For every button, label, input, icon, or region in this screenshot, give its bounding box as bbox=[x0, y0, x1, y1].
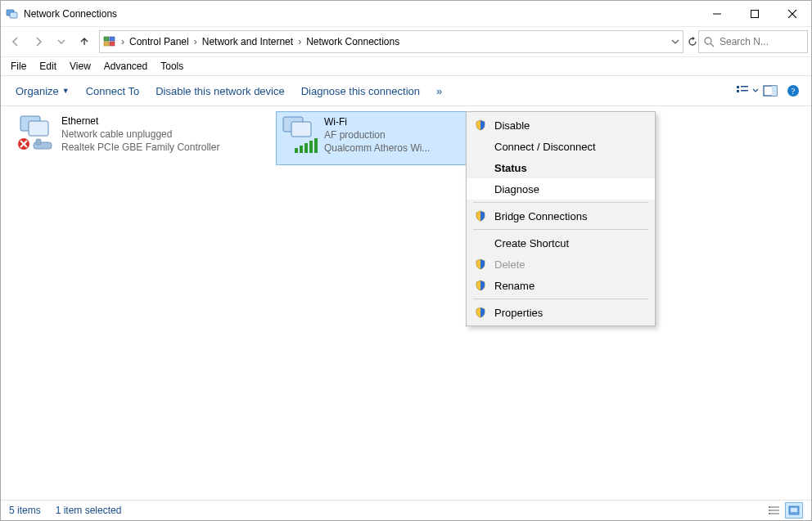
svg-point-10 bbox=[705, 38, 711, 44]
navbar: › Control Panel › Network and Internet ›… bbox=[1, 27, 811, 57]
shield-icon bbox=[473, 280, 488, 291]
status-selection: 1 item selected bbox=[56, 505, 122, 516]
diagnose-button[interactable]: Diagnose this connection bbox=[293, 82, 428, 101]
menu-advanced[interactable]: Advanced bbox=[97, 59, 154, 74]
wifi-icon bbox=[278, 114, 323, 158]
back-button[interactable] bbox=[4, 30, 27, 53]
status-item-count: 5 items bbox=[9, 505, 41, 516]
svg-rect-13 bbox=[737, 90, 739, 92]
breadcrumb-1[interactable]: Network and Internet bbox=[202, 36, 293, 47]
titlebar: Network Connections bbox=[1, 1, 811, 27]
address-bar[interactable]: › Control Panel › Network and Internet ›… bbox=[99, 30, 683, 53]
svg-rect-21 bbox=[29, 121, 48, 136]
connection-wifi[interactable]: Wi-Fi AF production Qualcomm Atheros Wi.… bbox=[276, 111, 474, 165]
search-box[interactable]: Search N... bbox=[698, 30, 808, 53]
shield-icon bbox=[473, 307, 488, 318]
statusbar: 5 items 1 item selected bbox=[1, 500, 811, 520]
close-button[interactable] bbox=[774, 2, 811, 26]
view-tiles-button[interactable] bbox=[785, 502, 803, 519]
context-item-bridge-connections[interactable]: Bridge Connections bbox=[467, 205, 655, 227]
connection-device: Qualcomm Atheros Wi... bbox=[324, 141, 471, 155]
shield-icon bbox=[473, 258, 488, 270]
context-item-label: Rename bbox=[494, 280, 535, 292]
svg-rect-26 bbox=[291, 122, 311, 137]
menubar: File Edit View Advanced Tools bbox=[1, 57, 811, 75]
svg-line-11 bbox=[710, 43, 714, 47]
refresh-button[interactable] bbox=[687, 36, 698, 47]
address-dropdown-icon[interactable] bbox=[671, 38, 679, 46]
svg-rect-17 bbox=[772, 86, 777, 96]
svg-rect-6 bbox=[104, 37, 109, 41]
recent-dropdown[interactable] bbox=[50, 30, 73, 53]
context-item-properties[interactable]: Properties bbox=[467, 302, 655, 323]
context-item-disable[interactable]: Disable bbox=[467, 115, 655, 136]
context-item-status[interactable]: Status bbox=[467, 157, 655, 178]
menu-view[interactable]: View bbox=[63, 59, 97, 74]
svg-rect-8 bbox=[104, 42, 109, 46]
menu-edit[interactable]: Edit bbox=[33, 59, 63, 74]
context-item-connect-disconnect[interactable]: Connect / Disconnect bbox=[467, 136, 655, 157]
svg-rect-1 bbox=[10, 12, 17, 18]
svg-point-36 bbox=[769, 510, 770, 511]
caret-down-icon: ▼ bbox=[62, 87, 70, 95]
svg-rect-3 bbox=[751, 10, 759, 17]
context-item-label: Diagnose bbox=[494, 183, 539, 195]
svg-point-35 bbox=[769, 506, 770, 508]
toolbar: Organize▼ Connect To Disable this networ… bbox=[1, 75, 811, 106]
svg-rect-9 bbox=[110, 42, 115, 46]
window: Network Connections › Control Panel › Ne… bbox=[0, 0, 812, 521]
maximize-button[interactable] bbox=[736, 2, 774, 26]
shield-icon bbox=[473, 119, 488, 131]
forward-button[interactable] bbox=[27, 30, 50, 53]
shield-icon bbox=[473, 210, 488, 222]
svg-point-37 bbox=[769, 513, 770, 514]
svg-rect-28 bbox=[300, 146, 303, 153]
breadcrumb-2[interactable]: Network Connections bbox=[306, 36, 399, 47]
search-placeholder: Search N... bbox=[720, 36, 769, 47]
svg-rect-29 bbox=[304, 143, 308, 153]
root-icon bbox=[103, 35, 116, 48]
context-item-diagnose[interactable]: Diagnose bbox=[467, 178, 655, 200]
toolbar-more[interactable]: » bbox=[428, 82, 450, 101]
connect-to-button[interactable]: Connect To bbox=[78, 82, 148, 101]
context-item-create-shortcut[interactable]: Create Shortcut bbox=[467, 232, 655, 254]
svg-rect-15 bbox=[741, 90, 748, 92]
svg-rect-7 bbox=[110, 37, 115, 41]
minimize-button[interactable] bbox=[698, 2, 736, 26]
context-item-label: Delete bbox=[494, 258, 526, 271]
menu-file[interactable]: File bbox=[4, 59, 33, 74]
disable-device-button[interactable]: Disable this network device bbox=[147, 82, 293, 101]
svg-rect-30 bbox=[309, 141, 313, 153]
context-item-label: Connect / Disconnect bbox=[494, 141, 596, 153]
context-menu: DisableConnect / DisconnectStatusDiagnos… bbox=[466, 111, 656, 326]
views-dropdown[interactable] bbox=[736, 79, 759, 102]
app-icon bbox=[6, 7, 19, 20]
search-icon bbox=[704, 37, 715, 47]
organize-button[interactable]: Organize▼ bbox=[7, 82, 78, 101]
breadcrumb-sep: › bbox=[121, 36, 124, 47]
help-button[interactable]: ? bbox=[782, 79, 805, 102]
svg-text:?: ? bbox=[792, 86, 796, 96]
connection-name: Wi-Fi bbox=[324, 115, 471, 128]
context-item-label: Properties bbox=[494, 307, 543, 319]
connection-device: Realtek PCIe GBE Family Controller bbox=[61, 141, 232, 154]
content-area[interactable]: Ethernet Network cable unplugged Realtek… bbox=[1, 106, 811, 500]
window-title: Network Connections bbox=[24, 8, 117, 20]
svg-rect-12 bbox=[737, 86, 739, 88]
up-button[interactable] bbox=[73, 30, 96, 53]
connection-network: AF production bbox=[324, 128, 471, 141]
connection-status: Network cable unplugged bbox=[61, 128, 232, 141]
svg-rect-31 bbox=[314, 138, 318, 153]
view-details-button[interactable] bbox=[765, 502, 783, 519]
svg-rect-24 bbox=[36, 139, 41, 145]
svg-rect-27 bbox=[295, 148, 298, 153]
context-item-delete: Delete bbox=[467, 254, 655, 275]
connection-ethernet[interactable]: Ethernet Network cable unplugged Realtek… bbox=[14, 111, 233, 164]
preview-pane-button[interactable] bbox=[759, 79, 782, 102]
breadcrumb-0[interactable]: Control Panel bbox=[129, 36, 189, 47]
context-item-label: Create Shortcut bbox=[494, 237, 569, 249]
ethernet-icon bbox=[16, 113, 60, 157]
connection-name: Ethernet bbox=[61, 115, 232, 128]
context-item-rename[interactable]: Rename bbox=[467, 275, 655, 296]
menu-tools[interactable]: Tools bbox=[154, 59, 190, 74]
